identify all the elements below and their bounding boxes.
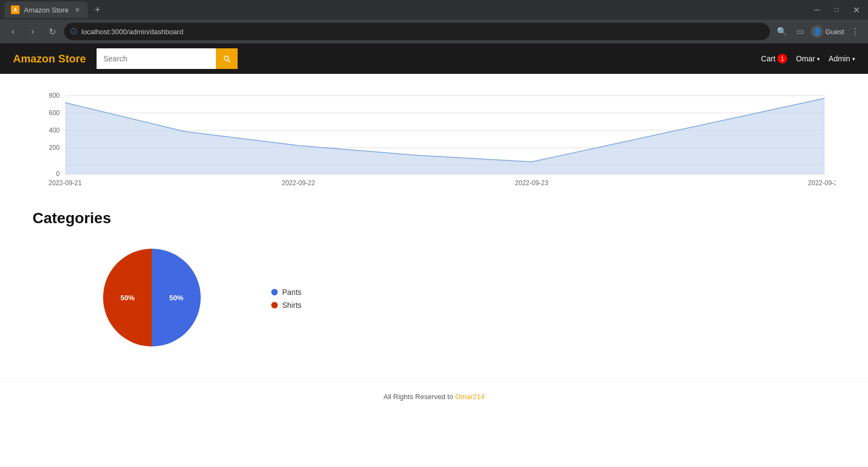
legend-item-shirts: Shirts bbox=[271, 301, 302, 310]
secure-icon: ⓘ bbox=[71, 27, 77, 36]
refresh-button[interactable]: ↻ bbox=[44, 24, 60, 39]
footer: All Rights Reserved to Omar214 bbox=[0, 381, 868, 412]
line-chart: 800 600 400 200 0 2022-09-21 2022-09-22 … bbox=[33, 85, 835, 193]
tab-close-button[interactable]: ✕ bbox=[73, 5, 81, 14]
browser-titlebar: A Amazon Store ✕ + ─ □ ✕ bbox=[0, 0, 868, 20]
split-view-button[interactable]: ▭ bbox=[793, 24, 808, 39]
user-dropdown-arrow: ▾ bbox=[817, 56, 820, 62]
footer-link[interactable]: Omar214 bbox=[455, 393, 484, 401]
guest-profile-button[interactable]: 👤 Guest bbox=[811, 26, 844, 37]
url-text: localhost:3000/admin/dashboard bbox=[81, 28, 183, 36]
svg-text:2022-09-26: 2022-09-26 bbox=[808, 179, 835, 187]
shirts-pct-label: 50% bbox=[120, 294, 135, 302]
cart-badge: 1 bbox=[777, 54, 787, 64]
address-bar[interactable]: ⓘ localhost:3000/admin/dashboard bbox=[64, 23, 770, 40]
search-input[interactable] bbox=[97, 48, 216, 69]
search-icon bbox=[222, 54, 231, 63]
categories-title: Categories bbox=[33, 210, 835, 227]
cart-button[interactable]: Cart 1 bbox=[761, 54, 787, 64]
user-menu-button[interactable]: Omar ▾ bbox=[796, 54, 820, 63]
admin-label: Admin bbox=[828, 54, 850, 63]
page-content: 800 600 400 200 0 2022-09-21 2022-09-22 … bbox=[0, 74, 868, 432]
user-label: Omar bbox=[796, 54, 815, 63]
svg-text:200: 200 bbox=[49, 144, 60, 152]
shirts-label: Shirts bbox=[282, 301, 302, 310]
header-right: Cart 1 Omar ▾ Admin ▾ bbox=[761, 54, 855, 64]
zoom-button[interactable]: 🔍 bbox=[774, 24, 789, 39]
chart-area-fill bbox=[65, 98, 825, 174]
admin-dropdown-arrow: ▾ bbox=[852, 56, 855, 62]
toolbar-right: 🔍 ▭ 👤 Guest ⋮ bbox=[774, 24, 863, 39]
tab-favicon: A bbox=[11, 5, 20, 14]
categories-content: 50% 50% Pants Shirts bbox=[33, 243, 835, 354]
cart-label: Cart bbox=[761, 54, 775, 63]
app-header: Amazon Store Cart 1 Omar ▾ Admin ▾ bbox=[0, 43, 868, 74]
shirts-dot bbox=[271, 302, 278, 308]
categories-section: Categories 50% 50% bbox=[0, 199, 868, 376]
chart-area: 800 600 400 200 0 2022-09-21 2022-09-22 … bbox=[0, 74, 868, 199]
browser-tab[interactable]: A Amazon Store ✕ bbox=[4, 2, 88, 18]
new-tab-button[interactable]: + bbox=[90, 4, 105, 16]
back-button[interactable]: ‹ bbox=[5, 24, 21, 39]
svg-text:400: 400 bbox=[49, 127, 60, 134]
svg-text:2022-09-22: 2022-09-22 bbox=[282, 179, 315, 187]
search-button[interactable] bbox=[216, 48, 238, 69]
svg-text:800: 800 bbox=[49, 92, 60, 99]
app-logo[interactable]: Amazon Store bbox=[13, 53, 86, 65]
close-window-button[interactable]: ✕ bbox=[848, 2, 864, 17]
minimize-button[interactable]: ─ bbox=[809, 2, 825, 17]
pants-pct-label: 50% bbox=[169, 294, 183, 302]
browser-menu-button[interactable]: ⋮ bbox=[847, 24, 863, 39]
guest-avatar: 👤 bbox=[811, 26, 823, 37]
pie-chart: 50% 50% bbox=[98, 243, 206, 352]
svg-text:0: 0 bbox=[56, 170, 60, 178]
tab-title: Amazon Store bbox=[24, 6, 68, 14]
legend-item-pants: Pants bbox=[271, 288, 302, 296]
svg-text:600: 600 bbox=[49, 109, 60, 117]
search-container bbox=[97, 48, 238, 69]
pants-dot bbox=[271, 289, 278, 295]
footer-text: All Rights Reserved to bbox=[384, 393, 455, 401]
pie-chart-container: 50% 50% bbox=[98, 243, 206, 354]
browser-toolbar: ‹ › ↻ ⓘ localhost:3000/admin/dashboard 🔍… bbox=[0, 20, 868, 43]
pie-legend: Pants Shirts bbox=[271, 288, 302, 310]
guest-label: Guest bbox=[825, 28, 844, 36]
pants-label: Pants bbox=[282, 288, 302, 296]
browser-chrome: A Amazon Store ✕ + ─ □ ✕ ‹ › ↻ ⓘ localho… bbox=[0, 0, 868, 43]
page-wrapper: A Amazon Store ✕ + ─ □ ✕ ‹ › ↻ ⓘ localho… bbox=[0, 0, 868, 432]
admin-menu-button[interactable]: Admin ▾ bbox=[828, 54, 855, 63]
svg-text:2022-09-21: 2022-09-21 bbox=[48, 179, 82, 187]
forward-button[interactable]: › bbox=[25, 24, 40, 39]
maximize-button[interactable]: □ bbox=[829, 2, 844, 17]
svg-text:2022-09-23: 2022-09-23 bbox=[515, 179, 548, 187]
